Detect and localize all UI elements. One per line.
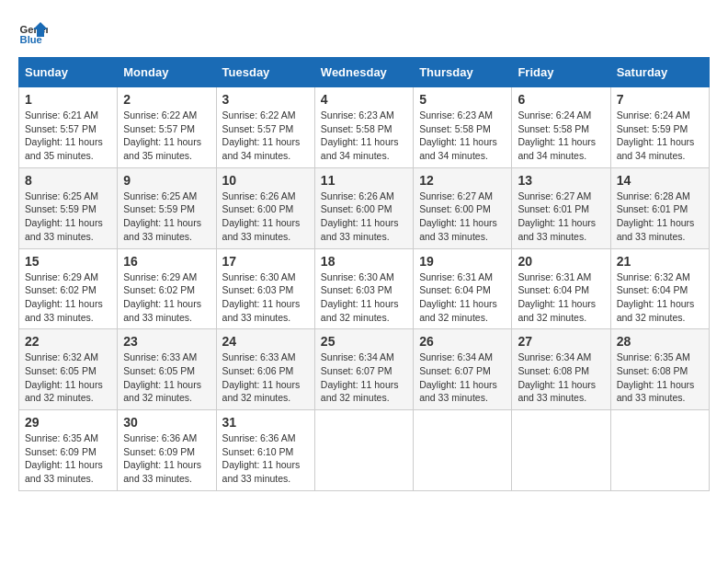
calendar-cell: 18 Sunrise: 6:30 AMSunset: 6:03 PMDaylig… bbox=[314, 248, 413, 329]
calendar-cell: 26 Sunrise: 6:34 AMSunset: 6:07 PMDaylig… bbox=[414, 329, 512, 410]
day-info: Sunrise: 6:34 AMSunset: 6:07 PMDaylight:… bbox=[321, 350, 407, 405]
calendar-cell: 21 Sunrise: 6:32 AMSunset: 6:04 PMDaylig… bbox=[610, 248, 709, 329]
day-number: 11 bbox=[321, 173, 407, 188]
day-info: Sunrise: 6:36 AMSunset: 6:09 PMDaylight:… bbox=[123, 431, 210, 486]
calendar-cell: 22 Sunrise: 6:32 AMSunset: 6:05 PMDaylig… bbox=[19, 329, 118, 410]
day-info: Sunrise: 6:33 AMSunset: 6:05 PMDaylight:… bbox=[123, 350, 210, 405]
calendar-week-5: 29 Sunrise: 6:35 AMSunset: 6:09 PMDaylig… bbox=[19, 410, 710, 491]
day-info: Sunrise: 6:24 AMSunset: 5:59 PMDaylight:… bbox=[617, 109, 703, 163]
calendar-table: SundayMondayTuesdayWednesdayThursdayFrid… bbox=[18, 57, 710, 491]
day-number: 25 bbox=[321, 334, 407, 349]
day-info: Sunrise: 6:27 AMSunset: 6:01 PMDaylight:… bbox=[518, 190, 604, 244]
day-number: 13 bbox=[518, 173, 604, 188]
logo: General Blue bbox=[18, 18, 48, 48]
calendar-week-1: 1 Sunrise: 6:21 AMSunset: 5:57 PMDayligh… bbox=[19, 87, 710, 168]
calendar-week-2: 8 Sunrise: 6:25 AMSunset: 5:59 PMDayligh… bbox=[19, 167, 710, 248]
calendar-cell: 17 Sunrise: 6:30 AMSunset: 6:03 PMDaylig… bbox=[216, 248, 314, 329]
calendar-cell: 8 Sunrise: 6:25 AMSunset: 5:59 PMDayligh… bbox=[19, 167, 118, 248]
column-header-friday: Friday bbox=[512, 58, 610, 87]
day-number: 30 bbox=[123, 415, 210, 430]
calendar-cell: 7 Sunrise: 6:24 AMSunset: 5:59 PMDayligh… bbox=[610, 87, 709, 168]
day-info: Sunrise: 6:22 AMSunset: 5:57 PMDaylight:… bbox=[222, 109, 309, 163]
column-header-sunday: Sunday bbox=[19, 58, 118, 87]
day-number: 19 bbox=[419, 254, 506, 269]
calendar-cell bbox=[314, 410, 413, 491]
day-info: Sunrise: 6:32 AMSunset: 6:04 PMDaylight:… bbox=[617, 270, 703, 325]
calendar-cell: 29 Sunrise: 6:35 AMSunset: 6:09 PMDaylig… bbox=[19, 410, 118, 491]
logo-icon: General Blue bbox=[18, 18, 48, 48]
day-number: 7 bbox=[617, 92, 703, 107]
day-info: Sunrise: 6:25 AMSunset: 5:59 PMDaylight:… bbox=[123, 190, 210, 244]
calendar-cell: 31 Sunrise: 6:36 AMSunset: 6:10 PMDaylig… bbox=[216, 410, 314, 491]
column-header-wednesday: Wednesday bbox=[314, 58, 413, 87]
day-number: 1 bbox=[25, 92, 111, 107]
day-info: Sunrise: 6:31 AMSunset: 6:04 PMDaylight:… bbox=[419, 270, 506, 325]
day-number: 26 bbox=[419, 334, 506, 349]
day-number: 14 bbox=[617, 173, 703, 188]
day-info: Sunrise: 6:31 AMSunset: 6:04 PMDaylight:… bbox=[518, 270, 604, 325]
calendar-cell: 2 Sunrise: 6:22 AMSunset: 5:57 PMDayligh… bbox=[118, 87, 216, 168]
day-number: 3 bbox=[222, 92, 309, 107]
calendar-cell bbox=[414, 410, 512, 491]
calendar-cell: 4 Sunrise: 6:23 AMSunset: 5:58 PMDayligh… bbox=[314, 87, 413, 168]
day-number: 16 bbox=[123, 254, 210, 269]
day-info: Sunrise: 6:28 AMSunset: 6:01 PMDaylight:… bbox=[617, 190, 703, 244]
day-number: 4 bbox=[321, 92, 407, 107]
day-number: 2 bbox=[123, 92, 210, 107]
calendar-cell: 1 Sunrise: 6:21 AMSunset: 5:57 PMDayligh… bbox=[19, 87, 118, 168]
day-info: Sunrise: 6:30 AMSunset: 6:03 PMDaylight:… bbox=[321, 270, 407, 325]
day-info: Sunrise: 6:24 AMSunset: 5:58 PMDaylight:… bbox=[518, 109, 604, 163]
calendar-cell: 20 Sunrise: 6:31 AMSunset: 6:04 PMDaylig… bbox=[512, 248, 610, 329]
calendar-cell bbox=[512, 410, 610, 491]
calendar-cell: 11 Sunrise: 6:26 AMSunset: 6:00 PMDaylig… bbox=[314, 167, 413, 248]
day-number: 24 bbox=[222, 334, 309, 349]
day-info: Sunrise: 6:33 AMSunset: 6:06 PMDaylight:… bbox=[222, 350, 309, 405]
calendar-header-row: SundayMondayTuesdayWednesdayThursdayFrid… bbox=[19, 58, 710, 87]
calendar-week-4: 22 Sunrise: 6:32 AMSunset: 6:05 PMDaylig… bbox=[19, 329, 710, 410]
calendar-cell: 28 Sunrise: 6:35 AMSunset: 6:08 PMDaylig… bbox=[610, 329, 709, 410]
calendar-cell: 12 Sunrise: 6:27 AMSunset: 6:00 PMDaylig… bbox=[414, 167, 512, 248]
day-number: 28 bbox=[617, 334, 703, 349]
calendar-cell: 19 Sunrise: 6:31 AMSunset: 6:04 PMDaylig… bbox=[414, 248, 512, 329]
day-number: 17 bbox=[222, 254, 309, 269]
day-number: 5 bbox=[419, 92, 506, 107]
day-info: Sunrise: 6:27 AMSunset: 6:00 PMDaylight:… bbox=[419, 190, 506, 244]
calendar-cell: 5 Sunrise: 6:23 AMSunset: 5:58 PMDayligh… bbox=[414, 87, 512, 168]
column-header-saturday: Saturday bbox=[610, 58, 709, 87]
day-number: 29 bbox=[25, 415, 111, 430]
day-info: Sunrise: 6:36 AMSunset: 6:10 PMDaylight:… bbox=[222, 431, 309, 486]
day-number: 6 bbox=[518, 92, 604, 107]
day-number: 15 bbox=[25, 254, 111, 269]
calendar-cell: 3 Sunrise: 6:22 AMSunset: 5:57 PMDayligh… bbox=[216, 87, 314, 168]
day-number: 27 bbox=[518, 334, 604, 349]
day-number: 20 bbox=[518, 254, 604, 269]
column-header-monday: Monday bbox=[118, 58, 216, 87]
day-info: Sunrise: 6:29 AMSunset: 6:02 PMDaylight:… bbox=[25, 270, 111, 325]
day-info: Sunrise: 6:35 AMSunset: 6:08 PMDaylight:… bbox=[617, 350, 703, 405]
calendar-cell: 24 Sunrise: 6:33 AMSunset: 6:06 PMDaylig… bbox=[216, 329, 314, 410]
day-info: Sunrise: 6:22 AMSunset: 5:57 PMDaylight:… bbox=[123, 109, 210, 163]
calendar-cell: 15 Sunrise: 6:29 AMSunset: 6:02 PMDaylig… bbox=[19, 248, 118, 329]
day-info: Sunrise: 6:32 AMSunset: 6:05 PMDaylight:… bbox=[25, 350, 111, 405]
day-info: Sunrise: 6:26 AMSunset: 6:00 PMDaylight:… bbox=[222, 190, 309, 244]
column-header-thursday: Thursday bbox=[414, 58, 512, 87]
calendar-cell: 9 Sunrise: 6:25 AMSunset: 5:59 PMDayligh… bbox=[118, 167, 216, 248]
day-number: 9 bbox=[123, 173, 210, 188]
day-info: Sunrise: 6:26 AMSunset: 6:00 PMDaylight:… bbox=[321, 190, 407, 244]
calendar-cell: 25 Sunrise: 6:34 AMSunset: 6:07 PMDaylig… bbox=[314, 329, 413, 410]
calendar-cell: 27 Sunrise: 6:34 AMSunset: 6:08 PMDaylig… bbox=[512, 329, 610, 410]
day-number: 8 bbox=[25, 173, 111, 188]
day-number: 12 bbox=[419, 173, 506, 188]
day-info: Sunrise: 6:23 AMSunset: 5:58 PMDaylight:… bbox=[321, 109, 407, 163]
calendar-cell bbox=[610, 410, 709, 491]
calendar-week-3: 15 Sunrise: 6:29 AMSunset: 6:02 PMDaylig… bbox=[19, 248, 710, 329]
calendar-cell: 23 Sunrise: 6:33 AMSunset: 6:05 PMDaylig… bbox=[118, 329, 216, 410]
calendar-cell: 13 Sunrise: 6:27 AMSunset: 6:01 PMDaylig… bbox=[512, 167, 610, 248]
calendar-cell: 16 Sunrise: 6:29 AMSunset: 6:02 PMDaylig… bbox=[118, 248, 216, 329]
header: General Blue bbox=[18, 18, 710, 48]
calendar-cell: 6 Sunrise: 6:24 AMSunset: 5:58 PMDayligh… bbox=[512, 87, 610, 168]
day-number: 31 bbox=[222, 415, 309, 430]
calendar-cell: 14 Sunrise: 6:28 AMSunset: 6:01 PMDaylig… bbox=[610, 167, 709, 248]
day-info: Sunrise: 6:23 AMSunset: 5:58 PMDaylight:… bbox=[419, 109, 506, 163]
day-number: 21 bbox=[617, 254, 703, 269]
